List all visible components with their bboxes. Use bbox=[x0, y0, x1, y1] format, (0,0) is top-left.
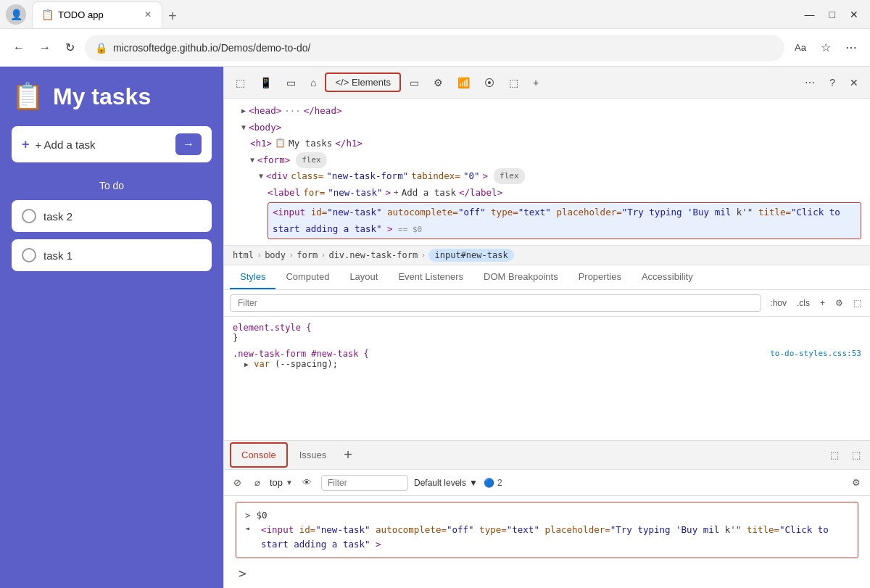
context-dropdown-icon[interactable]: ▼ bbox=[286, 479, 293, 486]
dom-line[interactable]: ▼ <body> bbox=[233, 120, 861, 136]
styles-tabs: Styles Computed Layout Event Listeners D… bbox=[224, 265, 870, 290]
devtools-close-btn[interactable]: ✕ bbox=[844, 73, 864, 93]
favorites-btn[interactable]: ☆ bbox=[816, 36, 835, 59]
elements-tab[interactable]: </> Elements bbox=[325, 73, 401, 92]
eye-icon-btn[interactable]: 👁 bbox=[299, 475, 315, 490]
record-btn[interactable]: ⦿ bbox=[478, 73, 500, 93]
help-btn[interactable]: ? bbox=[824, 73, 841, 93]
minimize-btn[interactable]: — bbox=[799, 6, 821, 23]
collapse-icon[interactable]: ▼ bbox=[250, 154, 254, 167]
styles-filter-input[interactable] bbox=[230, 294, 761, 312]
console-toolbar: ⊘ ⌀ top ▼ 👁 Default levels ▼ 🔵 2 ⚙ bbox=[224, 470, 870, 496]
dom-line[interactable]: ▶ <head> ··· </head> bbox=[233, 103, 861, 120]
dock-btn[interactable]: ⬚ bbox=[848, 447, 864, 463]
more-btn[interactable]: ⋯ bbox=[841, 36, 861, 59]
read-aloud-btn[interactable]: Aa bbox=[790, 38, 811, 57]
collapse-icon[interactable]: ▼ bbox=[241, 121, 246, 134]
device-emulation-btn[interactable]: 📱 bbox=[254, 73, 278, 93]
add-task-bar[interactable]: + + Add a task → bbox=[12, 126, 212, 162]
bc-div[interactable]: div.new-task-form bbox=[328, 250, 418, 260]
console-tab[interactable]: Console bbox=[230, 442, 288, 468]
dom-text: Add a task bbox=[402, 185, 456, 202]
console-tab-btn[interactable]: ▭ bbox=[404, 73, 425, 93]
task-item[interactable]: task 1 bbox=[12, 239, 212, 271]
log-levels-selector[interactable]: Default levels ▼ bbox=[414, 478, 478, 488]
css-selector: element.style { bbox=[233, 323, 311, 333]
task-checkbox[interactable] bbox=[22, 209, 36, 223]
css-link[interactable]: to-do-styles.css:53 bbox=[770, 349, 861, 358]
console-line-prompt: > $0 bbox=[245, 508, 849, 523]
new-tab-btn[interactable]: + bbox=[162, 5, 183, 28]
page-btn[interactable]: ⬚ bbox=[503, 73, 524, 93]
console-tab-right: ⬚ ⬚ bbox=[826, 447, 864, 463]
network-btn[interactable]: 📶 bbox=[452, 73, 476, 93]
browser-tab[interactable]: 📋 TODO app ✕ bbox=[32, 1, 162, 28]
result-attr: title= bbox=[747, 524, 779, 535]
tab-layout[interactable]: Layout bbox=[339, 265, 388, 289]
expand-icon[interactable]: ▶ bbox=[244, 360, 249, 368]
bc-form[interactable]: form bbox=[297, 250, 318, 260]
settings-btn[interactable]: ⚙ bbox=[832, 297, 846, 310]
screenshot-btn[interactable]: ⬚ bbox=[230, 73, 251, 93]
copy-btn[interactable]: ⬚ bbox=[850, 297, 864, 310]
profile-icon[interactable]: 👤 bbox=[6, 4, 26, 25]
sidebar-toggle-btn[interactable]: ▭ bbox=[281, 73, 302, 93]
css-rule: to-do-styles.css:53 .new-task-form #new-… bbox=[233, 349, 861, 369]
tab-styles[interactable]: Styles bbox=[230, 265, 276, 289]
bc-body[interactable]: body bbox=[265, 250, 286, 260]
home-btn[interactable]: ⌂ bbox=[304, 73, 322, 93]
bc-sep: › bbox=[289, 250, 294, 260]
add-panel-btn[interactable]: + bbox=[338, 447, 358, 463]
collapse-icon[interactable]: ▶ bbox=[241, 104, 246, 117]
tab-event-listeners[interactable]: Event Listeners bbox=[388, 265, 473, 289]
maximize-btn[interactable]: □ bbox=[824, 6, 841, 23]
filter-toggle-btn[interactable]: ⌀ bbox=[251, 475, 264, 490]
collapse-icon[interactable]: ▼ bbox=[259, 170, 263, 183]
more-options-btn[interactable]: ⋯ bbox=[799, 73, 821, 93]
bc-html[interactable]: html bbox=[233, 250, 254, 260]
restore-btn[interactable]: ⬚ bbox=[826, 447, 842, 463]
add-rule-btn[interactable]: + bbox=[817, 297, 828, 310]
task-checkbox[interactable] bbox=[22, 248, 36, 262]
console-prompt: > bbox=[245, 508, 251, 523]
tab-close-btn[interactable]: ✕ bbox=[143, 8, 153, 21]
dom-tag: > bbox=[386, 185, 392, 202]
devices-btn[interactable]: ⚙ bbox=[428, 73, 449, 93]
issues-tab[interactable]: Issues bbox=[288, 442, 339, 468]
tab-title: TODO app bbox=[58, 9, 104, 20]
todo-icon: 📋 bbox=[12, 81, 44, 112]
dom-line[interactable]: ▼ <form> flex bbox=[233, 152, 861, 169]
styles-actions: :hov .cls + ⚙ ⬚ bbox=[767, 297, 864, 310]
css-selector: .new-task-form #new-task { bbox=[233, 349, 369, 359]
css-closing: } bbox=[233, 333, 238, 343]
cls-btn[interactable]: .cls bbox=[794, 297, 813, 310]
console-filter-input[interactable] bbox=[321, 475, 408, 491]
dom-text: My tasks bbox=[289, 136, 332, 152]
context-selector[interactable]: top ▼ bbox=[270, 477, 293, 488]
console-settings-btn[interactable]: ⚙ bbox=[848, 475, 864, 490]
task-item[interactable]: task 2 bbox=[12, 200, 212, 232]
tab-accessibility[interactable]: Accessibility bbox=[631, 265, 703, 289]
forward-btn[interactable]: → bbox=[35, 37, 55, 59]
hov-btn[interactable]: :hov bbox=[767, 297, 790, 310]
tab-dom-breakpoints[interactable]: DOM Breakpoints bbox=[473, 265, 568, 289]
bc-input[interactable]: input#new-task bbox=[428, 249, 513, 262]
console-cursor[interactable]: > bbox=[230, 564, 864, 582]
clear-console-btn[interactable]: ⊘ bbox=[230, 475, 245, 490]
dom-line[interactable]: <label for= "new-task" > + Add a task </… bbox=[233, 185, 861, 202]
toolbar-right: ⋯ ? ✕ bbox=[799, 73, 864, 93]
add-tab-btn[interactable]: + bbox=[527, 73, 544, 93]
count-badge: 2 bbox=[497, 478, 502, 488]
tab-computed[interactable]: Computed bbox=[276, 265, 339, 289]
dom-line[interactable]: ▼ <div class= "new-task-form" tabindex= … bbox=[233, 168, 861, 185]
back-btn[interactable]: ← bbox=[9, 37, 29, 59]
levels-dropdown-icon[interactable]: ▼ bbox=[469, 478, 478, 488]
refresh-btn[interactable]: ↻ bbox=[61, 36, 79, 59]
add-task-arrow[interactable]: → bbox=[175, 133, 202, 155]
dom-highlighted-line[interactable]: <input id="new-task" autocomplete="off" … bbox=[233, 202, 861, 239]
dom-line[interactable]: <h1> 📋 My tasks </h1> bbox=[233, 136, 861, 152]
bc-sep: › bbox=[420, 250, 426, 260]
close-btn[interactable]: ✕ bbox=[844, 6, 864, 23]
tab-properties[interactable]: Properties bbox=[568, 265, 631, 289]
url-bar[interactable]: 🔒 microsoftedge.github.io/Demos/demo-to-… bbox=[85, 35, 784, 61]
